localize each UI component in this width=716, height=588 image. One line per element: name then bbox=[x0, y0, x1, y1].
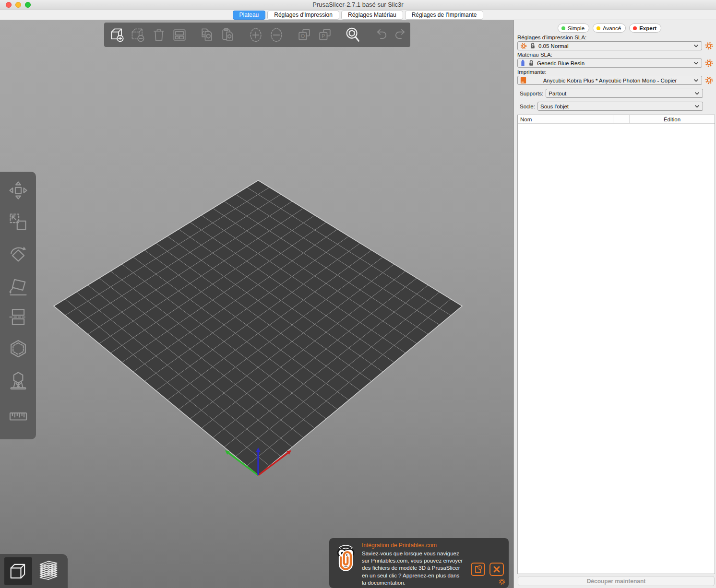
tab-strip: Plateau Réglages d'Impression Réglages M… bbox=[0, 10, 716, 20]
close-window-button[interactable] bbox=[6, 2, 12, 8]
rotate-icon bbox=[8, 243, 29, 264]
print-settings-value: 0.05 Normal bbox=[538, 43, 691, 49]
notification-body: Saviez-vous que lorsque vous naviguez su… bbox=[362, 550, 465, 587]
split-objects-icon: O bbox=[296, 26, 313, 44]
remove-object-button[interactable] bbox=[129, 25, 147, 45]
move-tool-button[interactable] bbox=[6, 178, 30, 202]
resin-bottle-icon bbox=[520, 59, 525, 67]
documentation-icon bbox=[473, 564, 483, 574]
split-to-objects-button[interactable]: O bbox=[295, 25, 313, 45]
close-notification-button[interactable] bbox=[489, 563, 504, 576]
slice-now-button[interactable]: Découper maintenant bbox=[518, 576, 715, 586]
column-nom: Nom bbox=[518, 115, 613, 123]
delete-all-button[interactable] bbox=[150, 25, 168, 45]
hollow-drill-tool-button[interactable] bbox=[6, 337, 30, 361]
place-on-face-icon bbox=[8, 275, 29, 296]
svg-text:O: O bbox=[301, 33, 305, 39]
cut-tool-button[interactable] bbox=[6, 305, 30, 329]
material-value: Generic Blue Resin bbox=[537, 60, 691, 66]
sla-supports-icon bbox=[8, 370, 29, 391]
hollow-icon bbox=[8, 338, 29, 359]
move-icon bbox=[8, 180, 29, 201]
split-parts-icon: P bbox=[316, 26, 334, 44]
mode-avance-label: Avancé bbox=[603, 25, 621, 31]
print-bed bbox=[0, 20, 513, 588]
mode-simple-label: Simple bbox=[568, 25, 585, 31]
mode-simple-button[interactable]: Simple bbox=[558, 24, 589, 33]
layers-preview-button[interactable] bbox=[35, 557, 62, 585]
notification-settings-gear-icon[interactable] bbox=[499, 578, 505, 585]
zoom-window-button[interactable] bbox=[25, 2, 31, 8]
add-instance-icon bbox=[247, 26, 264, 44]
print-settings-select[interactable]: 0.05 Normal bbox=[517, 41, 702, 50]
clippy-mascot-icon bbox=[334, 542, 358, 573]
search-button[interactable] bbox=[344, 25, 362, 45]
expert-mode-dot-icon bbox=[633, 26, 637, 30]
scale-icon bbox=[8, 212, 29, 233]
lock-icon bbox=[530, 42, 536, 49]
column-extra bbox=[613, 115, 630, 123]
titlebar: PrusaSlicer-2.7.1 basé sur Slic3r bbox=[0, 0, 716, 10]
edit-printer-gear-icon[interactable] bbox=[705, 76, 713, 84]
layers-icon bbox=[37, 560, 60, 583]
supports-value: Partout bbox=[549, 91, 692, 96]
copy-icon bbox=[199, 26, 216, 44]
edit-print-settings-gear-icon[interactable] bbox=[705, 42, 713, 50]
rotate-tool-button[interactable] bbox=[6, 242, 30, 266]
minimize-window-button[interactable] bbox=[15, 2, 21, 8]
scale-tool-button[interactable] bbox=[6, 210, 30, 234]
tab-plateau[interactable]: Plateau bbox=[233, 11, 266, 20]
measure-tool-button[interactable] bbox=[6, 400, 30, 424]
add-object-button[interactable] bbox=[108, 25, 127, 45]
object-list-header: Nom Édition bbox=[518, 115, 715, 124]
traffic-lights bbox=[6, 2, 31, 8]
open-documentation-button[interactable] bbox=[471, 563, 485, 576]
print-settings-gear-icon bbox=[520, 43, 527, 49]
printer-select[interactable]: Anycubic Kobra Plus * Anycubic Photon Mo… bbox=[517, 76, 702, 85]
copy-button[interactable] bbox=[198, 25, 216, 45]
chevron-down-icon bbox=[693, 61, 699, 65]
sla-printer-icon bbox=[520, 77, 526, 84]
tab-reglages-materiau[interactable]: Réglages Matériau bbox=[341, 11, 403, 20]
undo-button[interactable] bbox=[371, 25, 390, 45]
chevron-down-icon bbox=[694, 105, 700, 108]
pad-select[interactable]: Sous l'objet bbox=[537, 102, 703, 111]
arrange-icon bbox=[171, 26, 188, 44]
remove-instance-button[interactable] bbox=[267, 25, 286, 45]
remove-instance-icon bbox=[268, 26, 285, 44]
tab-reglages-imprimante[interactable]: Réglages de l'Imprimante bbox=[405, 11, 484, 20]
add-object-icon bbox=[109, 26, 126, 44]
app-window: PrusaSlicer-2.7.1 basé sur Slic3r Platea… bbox=[0, 0, 716, 588]
undo-icon bbox=[372, 26, 389, 44]
sla-supports-tool-button[interactable] bbox=[6, 368, 30, 392]
object-list-body bbox=[518, 124, 715, 574]
trash-icon bbox=[150, 26, 167, 44]
chevron-down-icon bbox=[694, 92, 700, 95]
tab-reglages-impression[interactable]: Réglages d'Impression bbox=[267, 11, 339, 20]
mode-avance-button[interactable]: Avancé bbox=[593, 24, 626, 33]
cut-icon bbox=[8, 306, 29, 328]
column-edition: Édition bbox=[630, 115, 715, 123]
material-select[interactable]: Generic Blue Resin bbox=[517, 59, 702, 68]
chevron-down-icon bbox=[693, 79, 699, 82]
add-instance-button[interactable] bbox=[247, 25, 265, 45]
editor-3d-view-button[interactable] bbox=[4, 557, 32, 585]
window-title: PrusaSlicer-2.7.1 basé sur Slic3r bbox=[0, 0, 716, 10]
paste-button[interactable] bbox=[219, 25, 237, 45]
arrange-button[interactable] bbox=[170, 25, 189, 45]
redo-button[interactable] bbox=[392, 25, 410, 45]
search-icon bbox=[344, 26, 362, 44]
split-to-parts-button[interactable]: P bbox=[316, 25, 334, 45]
edit-material-gear-icon[interactable] bbox=[705, 59, 713, 67]
supports-select[interactable]: Partout bbox=[546, 89, 703, 98]
paste-icon bbox=[219, 26, 237, 44]
printer-value: Anycubic Kobra Plus * Anycubic Photon Mo… bbox=[529, 78, 691, 83]
cube-3d-icon bbox=[7, 560, 30, 583]
printer-label: Imprimante: bbox=[517, 69, 716, 75]
pad-label: Socle: bbox=[520, 104, 535, 109]
viewport-3d[interactable]: O P bbox=[0, 20, 513, 588]
measure-icon bbox=[8, 401, 29, 423]
mode-expert-button[interactable]: Expert bbox=[629, 24, 661, 33]
place-on-face-tool-button[interactable] bbox=[6, 273, 30, 297]
left-toolbar bbox=[0, 172, 36, 439]
